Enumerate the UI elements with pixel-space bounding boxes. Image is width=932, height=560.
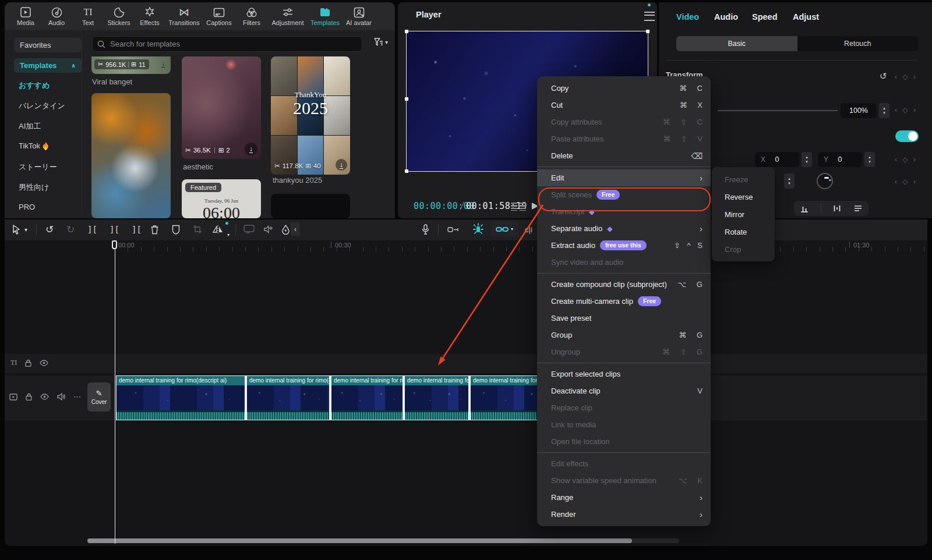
tab-ai-avatar[interactable]: AI avatar: [343, 6, 375, 26]
scale-slider[interactable]: [718, 110, 838, 111]
eye-icon[interactable]: [40, 394, 49, 400]
video-clip[interactable]: demo internal training for rimo(descript…: [405, 376, 468, 420]
scale-stepper[interactable]: ▴▾: [879, 103, 889, 118]
tab-media[interactable]: Media: [9, 6, 42, 26]
audio-extract-tool[interactable]: [263, 223, 274, 236]
rotate-stepper[interactable]: ▴▾: [784, 173, 795, 189]
undo-button[interactable]: ↺: [45, 223, 54, 236]
position-x-stepper[interactable]: ▴▾: [802, 152, 812, 167]
mask-tool[interactable]: [172, 223, 180, 236]
video-clip[interactable]: demo internal training for rimo(descript…: [116, 376, 245, 420]
snapping-toggle[interactable]: [469, 221, 487, 237]
template-card-aesthetic[interactable]: ✂ 36.5K ⊞ 2 ↓: [182, 56, 261, 159]
keyframe-nav[interactable]: ‹ ◇ ›: [895, 73, 917, 81]
download-icon[interactable]: ↓: [161, 60, 165, 68]
scale-value[interactable]: 100%: [841, 103, 877, 118]
tab-stickers[interactable]: Stickers: [103, 6, 135, 26]
delete-tool[interactable]: [150, 223, 159, 236]
submenu-item-reverse[interactable]: Reverse: [712, 188, 775, 205]
tab-captions[interactable]: Captions: [203, 6, 235, 26]
tab-adjustment[interactable]: Adjustment: [270, 6, 306, 26]
scrollbar-track[interactable]: [87, 538, 679, 543]
inspector-tab-audio[interactable]: Audio: [714, 12, 738, 22]
menu-item-copy[interactable]: Copy⌘ C: [537, 80, 711, 97]
template-search[interactable]: [92, 36, 362, 52]
playhead-line[interactable]: [115, 240, 115, 544]
preview-axis-toggle[interactable]: [447, 223, 459, 236]
menu-item-separate-audio[interactable]: Separate audio◆›: [537, 220, 711, 237]
menu-item-delete[interactable]: Delete⌫: [537, 147, 711, 164]
inspector-tab-video[interactable]: Video: [676, 12, 699, 22]
template-title[interactable]: aesthetic: [183, 162, 213, 171]
eye-icon[interactable]: [40, 360, 48, 366]
submenu-item-mirror[interactable]: Mirror: [712, 205, 775, 223]
collapse-toolbar-button[interactable]: ‹: [291, 222, 300, 236]
position-y-field[interactable]: Y 0: [818, 152, 862, 167]
menu-item-deactivate-clip[interactable]: Deactivate clipV: [537, 382, 711, 399]
ruler-ticks[interactable]: [115, 247, 924, 251]
align-center-icon[interactable]: [832, 204, 842, 212]
lock-icon[interactable]: [25, 359, 31, 367]
submenu-item-rotate[interactable]: Rotate: [712, 223, 775, 240]
sidebar-category-ai[interactable]: AI加工: [19, 121, 83, 132]
select-tool[interactable]: [12, 223, 20, 236]
menu-item-save-preset[interactable]: Save preset: [537, 310, 711, 327]
sidebar-item-templates[interactable]: Templates ∧: [14, 58, 82, 73]
playback-queue-icon[interactable]: [511, 203, 526, 211]
template-title[interactable]: thankyou 2025: [273, 176, 322, 185]
menu-item-create-compound-clip[interactable]: Create compound clip (subproject)⌥ G: [537, 276, 711, 293]
position-y-stepper[interactable]: ▴▾: [864, 152, 875, 167]
record-voiceover-button[interactable]: [422, 223, 429, 236]
inspector-tab-speed[interactable]: Speed: [752, 12, 778, 22]
tab-effects[interactable]: Effects: [133, 6, 166, 26]
sidebar-category-pro[interactable]: PRO: [19, 203, 83, 211]
resize-handle[interactable]: [646, 30, 649, 33]
rotate-dial[interactable]: [817, 173, 833, 189]
droplet-tool[interactable]: [282, 223, 290, 236]
select-tool-chevron[interactable]: ▾: [24, 223, 27, 236]
tab-audio[interactable]: Audio: [40, 6, 73, 26]
sidebar-category-valentine[interactable]: バレンタイン: [19, 101, 83, 111]
player-menu-icon[interactable]: [644, 12, 655, 21]
menu-item-cut[interactable]: Cut⌘ X: [537, 97, 711, 114]
tab-transitions[interactable]: ⋈ Transitions: [168, 6, 200, 26]
menu-item-create-multicam-clip[interactable]: Create multi-camera clipFree: [537, 293, 711, 310]
keyframe-nav[interactable]: ‹ ◇ ›: [895, 106, 917, 114]
reset-icon[interactable]: ↺: [880, 71, 887, 81]
inspector-tab-adjust[interactable]: Adjust: [793, 12, 819, 22]
menu-item-range[interactable]: Range›: [537, 489, 711, 506]
crop-tool[interactable]: [193, 223, 202, 236]
keyframe-nav[interactable]: ‹ ◇ ›: [895, 155, 917, 164]
video-clip-group[interactable]: demo internal training for rimo(descript…: [116, 375, 559, 420]
linking-toggle[interactable]: ▾: [490, 222, 518, 236]
toggle-switch[interactable]: [895, 130, 919, 142]
sidebar-category-mens[interactable]: 男性向け: [19, 182, 83, 193]
template-card-thankyou[interactable]: ThankYou 2025 ✂ 117.8K ⊞ 40 ↓: [271, 56, 350, 175]
video-clip[interactable]: demo internal training for rimo(descript…: [247, 376, 329, 420]
keyframe-nav[interactable]: ‹ ◇ ›: [895, 178, 917, 186]
tab-text[interactable]: TI Text: [72, 6, 104, 26]
template-card-viral[interactable]: ✂ 956.1K ⊞ 11 ↓: [91, 56, 171, 74]
cover-button[interactable]: ✎ Cover: [87, 382, 111, 412]
video-clip[interactable]: demo internal training for rimo(descript…: [331, 376, 403, 420]
mirror-tool[interactable]: [212, 223, 224, 236]
menu-item-export-selected-clips[interactable]: Export selected clips: [537, 366, 711, 382]
justify-icon[interactable]: [853, 205, 863, 212]
template-filter-button[interactable]: ▾: [374, 38, 388, 47]
resize-handle[interactable]: [405, 169, 408, 173]
template-card-dark[interactable]: [271, 194, 350, 218]
split-tool[interactable]: ][: [87, 223, 97, 236]
download-button[interactable]: ↓: [336, 159, 347, 171]
redo-button[interactable]: ↻: [66, 223, 75, 236]
template-card-featured[interactable]: Featured Tuesday, 06 Jun 06:00: [182, 179, 261, 218]
resize-handle[interactable]: [405, 97, 408, 101]
scrollbar-thumb[interactable]: [87, 538, 632, 543]
more-options-icon[interactable]: ⋯: [73, 392, 82, 401]
tab-filters[interactable]: Filters: [235, 6, 268, 26]
download-button[interactable]: ↓: [245, 143, 257, 155]
sidebar-category-osusume[interactable]: おすすめ: [19, 80, 83, 91]
menu-item-extract-audio[interactable]: Extract audiofree use this⇧ ^ S: [537, 237, 711, 254]
search-input[interactable]: [109, 39, 357, 49]
subtab-basic[interactable]: Basic: [676, 36, 797, 51]
position-x-field[interactable]: X 0: [755, 152, 799, 167]
